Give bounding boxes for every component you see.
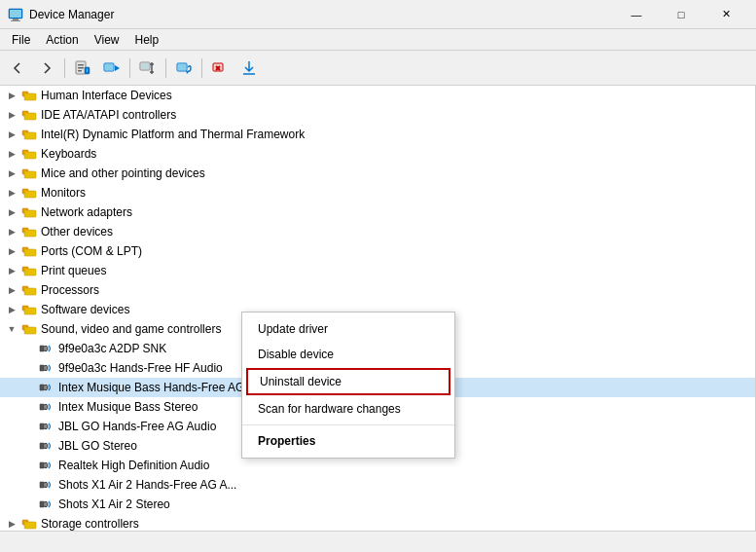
tree-item-other[interactable]: ▶ Other devices [0, 222, 755, 241]
expand-arrow-intel[interactable]: ▶ [4, 127, 19, 142]
show-hidden-button[interactable] [134, 55, 162, 82]
expand-arrow-processors[interactable]: ▶ [4, 282, 19, 298]
update-driver-button[interactable] [98, 55, 126, 82]
tree-item-sound-7[interactable]: Realtek High Definition Audio [0, 456, 755, 475]
tree-label-hid: Human Interface Devices [41, 89, 172, 102]
tree-label-mice: Mice and other pointing devices [41, 166, 205, 180]
tree-item-mice[interactable]: ▶ Mice and other pointing devices [0, 164, 755, 183]
svg-rect-47 [24, 327, 36, 334]
tree-item-intel[interactable]: ▶ Intel(R) Dynamic Platform and Thermal … [0, 125, 755, 144]
expand-arrow-keyboards[interactable]: ▶ [4, 146, 19, 162]
tree-item-hid[interactable]: ▶ Human Interface Devices [0, 86, 755, 105]
tree-item-processors[interactable]: ▶ Processors [0, 280, 755, 300]
svg-rect-58 [24, 522, 36, 529]
svg-rect-25 [24, 113, 36, 120]
category-icon-processors [21, 282, 37, 298]
context-disable-device[interactable]: Disable device [242, 342, 454, 367]
menu-view[interactable]: View [87, 31, 127, 49]
context-scan-hardware[interactable]: Scan for hardware changes [242, 396, 454, 422]
expand-arrow-sound[interactable]: ▼ [4, 321, 19, 337]
expand-arrow-mice[interactable]: ▶ [4, 166, 19, 181]
device-icon-sound-7 [39, 458, 54, 473]
tree-item-network[interactable]: ▶ Network adapters [0, 202, 755, 222]
svg-rect-56 [40, 501, 44, 507]
category-icon-intel [21, 127, 37, 142]
svg-rect-1 [10, 10, 21, 18]
device-icon-sound-8 [39, 477, 54, 493]
tree-item-monitors[interactable]: ▶ Monitors [0, 183, 755, 202]
svg-rect-7 [78, 70, 82, 72]
computer-properties-button[interactable]: i [69, 55, 96, 82]
context-update-driver[interactable]: Update driver [242, 316, 454, 342]
tree-item-ports[interactable]: ▶ Ports (COM & LPT) [0, 241, 755, 261]
category-icon-keyboards [21, 146, 37, 162]
toolbar: i [0, 51, 756, 86]
tree-label-ide: IDE ATA/ATAPI controllers [41, 108, 176, 122]
tree-label-network: Network adapters [41, 205, 132, 219]
tree-item-keyboards[interactable]: ▶ Keyboards [0, 144, 755, 164]
device-icon-sound-4 [39, 399, 54, 415]
svg-rect-16 [178, 64, 186, 70]
category-icon-hid [21, 88, 37, 103]
svg-rect-11 [105, 64, 113, 70]
maximize-button[interactable]: □ [659, 0, 703, 29]
tree-item-sound-9[interactable]: Shots X1 Air 2 Stereo [0, 495, 755, 514]
device-icon-sound-3 [39, 380, 54, 395]
context-uninstall-device[interactable]: Uninstall device [246, 368, 450, 395]
expand-arrow-ide[interactable]: ▶ [4, 107, 19, 123]
tree-item-ide[interactable]: ▶ IDE ATA/ATAPI controllers [0, 105, 755, 125]
category-icon-other [21, 224, 37, 239]
context-menu: Update driver Disable device Uninstall d… [241, 312, 455, 459]
svg-rect-2 [13, 18, 18, 20]
tree-label-monitors: Monitors [41, 186, 86, 200]
tree-label-intel: Intel(R) Dynamic Platform and Thermal Fr… [41, 128, 305, 141]
svg-rect-5 [78, 64, 84, 66]
expand-arrow-other[interactable]: ▶ [4, 224, 19, 239]
scan-hardware-button[interactable] [170, 55, 198, 82]
tree-item-print[interactable]: ▶ Print queues [0, 261, 755, 280]
svg-text:i: i [87, 67, 88, 73]
device-icon-sound-6 [39, 438, 54, 454]
expand-arrow-storage[interactable]: ▶ [4, 516, 19, 531]
category-icon-mice [21, 166, 37, 181]
tree-label-sound-5: JBL GO Hands-Free AG Audio [58, 420, 216, 433]
expand-arrow-print[interactable]: ▶ [4, 263, 19, 278]
svg-rect-45 [24, 308, 36, 314]
tree-item-sound-8[interactable]: Shots X1 Air 2 Hands-Free AG A... [0, 475, 755, 495]
status-bar [0, 531, 756, 552]
toolbar-sep-4 [201, 58, 202, 78]
expand-arrow-ports[interactable]: ▶ [4, 243, 19, 259]
expand-arrow-software[interactable]: ▶ [4, 302, 19, 317]
svg-rect-33 [24, 191, 36, 198]
tree-label-sound-8: Shots X1 Air 2 Hands-Free AG A... [58, 478, 236, 492]
tree-label-ports: Ports (COM & LPT) [41, 244, 142, 258]
minimize-button[interactable]: — [614, 0, 659, 29]
menu-help[interactable]: Help [127, 31, 167, 49]
category-icon-sound [21, 321, 37, 337]
tree-item-storage[interactable]: ▶ Storage controllers [0, 514, 755, 531]
menu-file[interactable]: File [4, 31, 38, 49]
svg-rect-39 [24, 249, 36, 256]
category-icon-ide [21, 107, 37, 123]
tree-label-sound-2: 9f9e0a3c Hands-Free HF Audio [58, 361, 223, 375]
close-button[interactable]: ✕ [703, 0, 748, 29]
device-tree[interactable]: ▶ Human Interface Devices▶ IDE ATA/ATAPI… [0, 86, 756, 531]
svg-rect-43 [24, 288, 36, 295]
context-properties[interactable]: Properties [242, 428, 454, 454]
svg-rect-14 [141, 63, 149, 69]
main-content: ▶ Human Interface Devices▶ IDE ATA/ATAPI… [0, 86, 756, 531]
toolbar-sep-3 [165, 58, 166, 78]
svg-rect-49 [40, 365, 44, 371]
menu-action[interactable]: Action [38, 31, 86, 49]
forward-button[interactable] [33, 55, 60, 82]
menu-bar: File Action View Help [0, 29, 756, 51]
expand-arrow-hid[interactable]: ▶ [4, 88, 19, 103]
back-button[interactable] [4, 55, 31, 82]
uninstall-button[interactable] [206, 55, 234, 82]
svg-rect-6 [78, 67, 84, 69]
window-title: Device Manager [29, 8, 614, 21]
expand-arrow-network[interactable]: ▶ [4, 204, 19, 220]
download-button[interactable] [235, 55, 263, 82]
expand-arrow-monitors[interactable]: ▶ [4, 185, 19, 201]
category-icon-monitors [21, 185, 37, 201]
